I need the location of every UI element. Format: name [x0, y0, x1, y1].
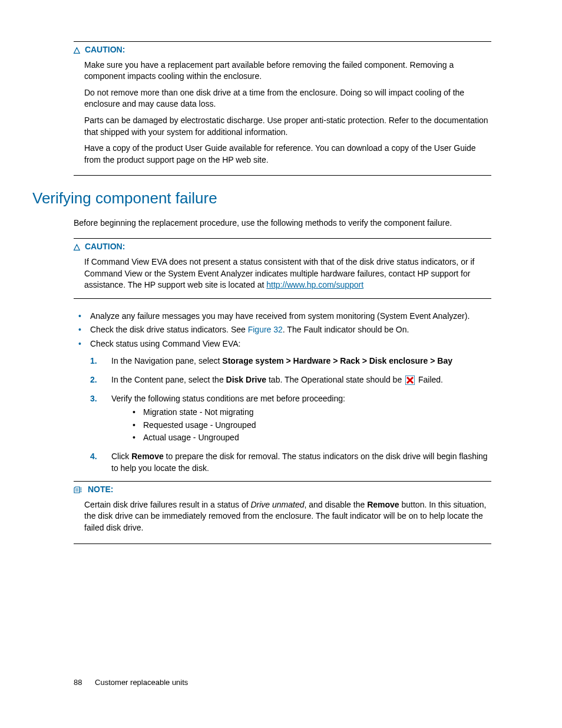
text-fragment: to prepare the disk for removal. The sta… [111, 452, 488, 473]
text-fragment: In the Content pane, select the [111, 375, 226, 384]
step-number: 1. [90, 355, 97, 367]
button-name: Remove [131, 452, 163, 461]
list-item: Check the disk drive status indicators. … [74, 324, 491, 336]
caution-header: △ CAUTION: [74, 241, 491, 253]
caution-block-1: △ CAUTION: Make sure you have a replacem… [74, 41, 491, 176]
note-header: NOTE: [74, 484, 491, 496]
section-intro: Before beginning the replacement procedu… [74, 218, 491, 229]
support-link[interactable]: http://www.hp.com/support [266, 280, 363, 289]
caution-text: Do not remove more than one disk drive a… [84, 87, 491, 110]
step-number: 2. [90, 374, 97, 386]
caution-text: If Command View EVA does not present a s… [84, 256, 491, 291]
nav-path: Storage system > Hardware > Rack > Disk … [222, 356, 452, 365]
text-fragment: Verify the following status conditions a… [111, 394, 345, 403]
note-label: NOTE: [88, 485, 114, 494]
text-fragment: , and disable the [305, 500, 368, 509]
text-fragment: tab. The Operational state should be [266, 375, 404, 384]
section-title: Verifying component failure [32, 187, 491, 209]
caution-header: △ CAUTION: [74, 44, 491, 56]
document-page: △ CAUTION: Make sure you have a replacem… [0, 0, 562, 728]
list-item: Actual usage - Ungrouped [133, 432, 491, 444]
list-item: Migration state - Not migrating [133, 407, 491, 419]
text-fragment: Certain disk drive failures result in a … [84, 500, 250, 509]
tab-name: Disk Drive [226, 375, 266, 384]
footer-section-title: Customer replaceable units [95, 678, 188, 687]
page-number: 88 [74, 678, 82, 687]
step-number: 4. [90, 451, 97, 463]
page-footer: 88 Customer replaceable units [74, 677, 188, 688]
step-list: 1. In the Navigation pane, select Storag… [90, 355, 491, 474]
caution-block-2: △ CAUTION: If Command View EVA does not … [74, 238, 491, 298]
text-fragment: Failed. [416, 375, 443, 384]
list-item: Check status using Command View EVA: 1. … [74, 338, 491, 474]
list-item: Analyze any failure messages you may hav… [74, 311, 491, 322]
note-text: Certain disk drive failures result in a … [84, 499, 491, 534]
figure-reference[interactable]: Figure 32 [248, 325, 283, 334]
note-document-icon [74, 484, 83, 496]
caution-triangle-icon: △ [74, 44, 80, 56]
note-block: NOTE: Certain disk drive failures result… [74, 481, 491, 543]
caution-text: Make sure you have a replacement part av… [84, 60, 491, 83]
text-fragment: Check the disk drive status indicators. … [90, 325, 248, 334]
list-item: 2. In the Content pane, select the Disk … [90, 374, 491, 386]
caution-triangle-icon: △ [74, 241, 80, 253]
text-fragment: Check status using Command View EVA: [90, 339, 241, 348]
list-item: 4. Click Remove to prepare the disk for … [90, 451, 491, 474]
button-name: Remove [367, 500, 399, 509]
caution-text: Parts can be damaged by electrostatic di… [84, 115, 491, 138]
list-item: Requested usage - Ungrouped [133, 420, 491, 431]
failed-x-icon [405, 375, 415, 385]
list-item: 1. In the Navigation pane, select Storag… [90, 355, 491, 367]
caution-text: Have a copy of the product User Guide av… [84, 143, 491, 166]
step-number: 3. [90, 393, 97, 405]
caution-label: CAUTION: [85, 242, 125, 251]
text-fragment: Click [111, 452, 131, 461]
sub-bullet-list: Migration state - Not migrating Requeste… [133, 407, 491, 444]
bullet-list: Analyze any failure messages you may hav… [74, 311, 491, 475]
text-fragment: In the Navigation pane, select [111, 356, 222, 365]
list-item: 3. Verify the following status condition… [90, 393, 491, 444]
status-name: Drive unmated [250, 500, 304, 509]
text-fragment: . The Fault indicator should be On. [283, 325, 409, 334]
caution-label: CAUTION: [85, 45, 125, 54]
